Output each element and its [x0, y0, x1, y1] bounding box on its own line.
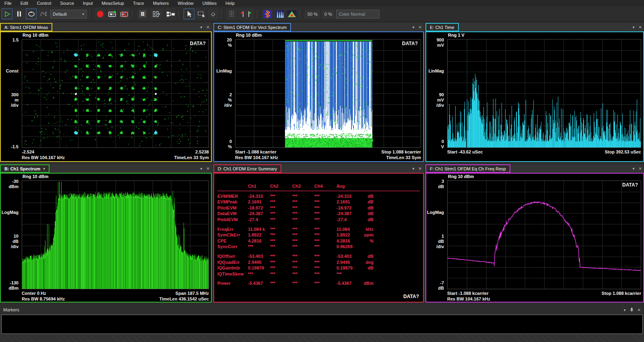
trigger-button[interactable]	[38, 8, 49, 19]
menu-meassetup[interactable]: MeasSetup	[97, 0, 129, 6]
caret-down-icon: ▾	[159, 12, 161, 16]
caret-down-icon[interactable]: ▾	[43, 167, 45, 171]
data-status-flag: DATA?	[190, 41, 206, 46]
caret-down-icon[interactable]: ▾	[413, 166, 415, 171]
caret-down-icon[interactable]: ▾	[200, 166, 202, 171]
x-start-value: Start -1.088 kcarrier	[235, 149, 277, 154]
caret-down-icon[interactable]: ▾	[633, 166, 635, 171]
range-label: Rng 1 V	[448, 33, 464, 37]
error-vector-canvas[interactable]	[235, 39, 421, 147]
panel-d-body: Ch1Ch2Ch3Ch4AvgEVM/MER-24.315*********-2…	[213, 173, 424, 303]
close-icon[interactable]: ✕	[638, 308, 641, 312]
pin-icon[interactable]	[630, 307, 634, 312]
preset-dropdown[interactable]: Default ▾	[50, 10, 87, 19]
pointer-tool-button[interactable]	[184, 8, 194, 19]
color-mode-dropdown[interactable]: Color Normal	[336, 10, 380, 19]
time-waveform-plot[interactable]	[447, 39, 641, 148]
table-row: EVMPeak2.1691*********2.1691dB	[217, 199, 420, 205]
constellation-canvas[interactable]	[22, 39, 208, 147]
coupled-markers-button[interactable]	[238, 8, 254, 19]
caret-down-icon[interactable]: ▾	[413, 25, 415, 29]
menu-bar: File Edit Control Source Input MeasSetup…	[0, 0, 644, 6]
menu-source[interactable]: Source	[56, 0, 78, 6]
record-button[interactable]	[95, 8, 105, 19]
zoom-select-tool-button[interactable]	[196, 8, 206, 19]
menu-help[interactable]: Help	[221, 0, 239, 6]
y-top-value: 900 mV	[437, 37, 444, 48]
toolbar-separator	[178, 10, 181, 18]
y-axis-labels: 3 dB LogMag 1 dB /div -7 dB	[426, 180, 445, 289]
close-icon[interactable]: ✕	[419, 166, 422, 171]
menu-utilities[interactable]: Utilities	[198, 0, 221, 6]
x-stop-value: Stop 1.088 kcarrier	[602, 291, 641, 296]
close-icon[interactable]: ✕	[639, 25, 642, 29]
coupled-markers-icon	[240, 10, 253, 18]
menu-window[interactable]: Window	[173, 0, 198, 6]
spectrum-plot[interactable]	[22, 180, 209, 289]
pause-button[interactable]	[14, 8, 25, 19]
offset-percent-field[interactable]: 0 %	[322, 10, 335, 19]
panel-b-tab[interactable]: B: Ch1 Spectrum▾	[0, 164, 50, 173]
offset-markers-button[interactable]	[226, 8, 237, 19]
table-row: IQOffset-53.403*********-53.403dB	[217, 253, 420, 259]
colormap-trace-button[interactable]	[286, 8, 297, 19]
markers-bar-header: Markers ▾ ✕	[0, 305, 644, 314]
x-stop-value: Stop 1.088 kcarrier	[382, 149, 421, 154]
time-waveform-canvas[interactable]	[448, 39, 641, 147]
close-icon[interactable]: ✕	[639, 166, 642, 171]
panel-c-tab[interactable]: C: Strm1 OFDM Err Vect Spectrum	[213, 23, 291, 31]
error-vector-plot[interactable]: DATA?	[235, 39, 421, 148]
marker-diamond-button[interactable]: ◇	[208, 8, 219, 19]
close-icon[interactable]: ✕	[419, 25, 422, 29]
panel-a-tab[interactable]: A: Strm1 OFDM Meas	[0, 23, 52, 31]
panel-error-summary: D: Ch1 OFDM Error Summary ▾✕ Ch1Ch2Ch3Ch…	[213, 164, 424, 303]
play-button[interactable]	[2, 8, 12, 19]
instrument-connect-button[interactable]	[107, 8, 118, 19]
instrument-disconnect-button[interactable]	[119, 8, 130, 19]
timelen-label: TimeLen 33 Sym	[386, 155, 421, 160]
y-per-div: 1 dB /div	[436, 234, 444, 249]
y-top-value: 3 dB	[438, 179, 444, 189]
loop-icon	[27, 11, 35, 17]
x-left-value: -2.524	[22, 149, 34, 154]
table-row: CPE4.2816*********4.2816%	[217, 238, 420, 244]
menu-file[interactable]: File	[0, 0, 16, 6]
panel-f-body: Rng 10 dBm 3 dB LogMag 1 dB /div -7 dB D…	[425, 173, 644, 303]
caret-down-icon[interactable]: ▾	[200, 25, 202, 29]
block-diagram-icon	[166, 11, 175, 17]
panel-b-header: B: Ch1 Spectrum▾ ▾✕	[0, 164, 212, 173]
markers-list-area[interactable]	[1, 315, 643, 334]
status-strip	[0, 334, 644, 342]
caret-down-icon[interactable]: ▾	[633, 25, 635, 29]
freq-response-canvas[interactable]	[448, 181, 641, 289]
data-status-flag: DATA?	[403, 294, 419, 299]
freq-response-plot[interactable]: DATA?	[447, 180, 641, 289]
loop-button[interactable]	[26, 8, 37, 19]
trigger-icon	[39, 10, 47, 18]
toolbar-separator	[299, 10, 302, 18]
close-icon[interactable]: ✕	[206, 166, 210, 171]
data-status-flag: DATA?	[622, 182, 638, 188]
spectrum-canvas[interactable]	[22, 181, 208, 289]
trace-b-button[interactable]: B	[137, 8, 148, 19]
menu-edit[interactable]: Edit	[16, 0, 33, 6]
menu-markers[interactable]: Markers	[149, 0, 173, 6]
menu-control[interactable]: Control	[33, 0, 56, 6]
panel-f-tab[interactable]: F: Ch1 Strm1 OFDM Eq Ch Freq Resp	[425, 164, 510, 173]
panel-e-tab[interactable]: E: Ch1 Time	[425, 23, 459, 31]
close-icon[interactable]: ✕	[206, 25, 210, 29]
menu-input[interactable]: Input	[78, 0, 97, 6]
layout-grid-button[interactable]: ▾	[149, 8, 164, 19]
menu-trace[interactable]: Trace	[128, 0, 149, 6]
spectrum-trace-button[interactable]	[274, 8, 285, 19]
zoom-percent-field[interactable]: 50 %	[305, 10, 320, 19]
diamond-marker-icon: ◇	[211, 11, 215, 17]
block-diagram-button[interactable]	[165, 8, 176, 19]
zigzag-trace-button[interactable]	[262, 8, 273, 19]
panel-d-tab[interactable]: D: Ch1 OFDM Error Summary	[213, 164, 281, 173]
constellation-plot[interactable]: DATA?	[22, 39, 209, 148]
error-summary-table: Ch1Ch2Ch3Ch4AvgEVM/MER-24.315*********-2…	[217, 183, 420, 290]
caret-down-icon[interactable]: ▾	[624, 308, 626, 312]
y-axis-labels: -30 dBm LogMag 10 dB /div -130 dBm	[1, 180, 20, 289]
spectrum-trace-icon	[275, 10, 284, 18]
